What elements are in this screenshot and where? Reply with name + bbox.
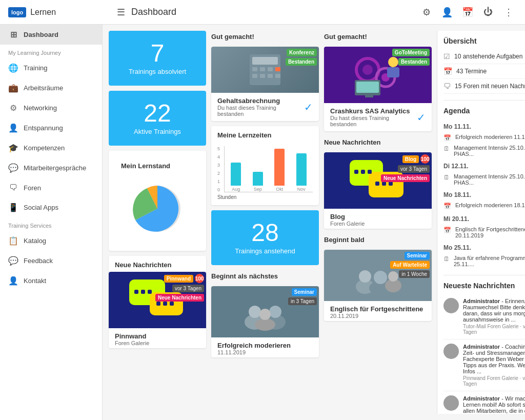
bar-sep-label: Sep xyxy=(254,187,262,192)
sidebar-item-kontakt[interactable]: 👤 Kontakt xyxy=(0,271,102,291)
sidebar-item-mitarbeitergesprache[interactable]: 💬 Mitarbeitergespräche xyxy=(0,158,102,178)
power-icon[interactable]: ⏻ xyxy=(480,4,496,21)
in-1-woche-badge: in 1 Woche xyxy=(399,270,430,278)
sas-img-wrap: GoToMeeting Bestanden xyxy=(324,47,432,103)
sidebar-item-kompetenzen[interactable]: 🎓 Kompetenzen xyxy=(0,138,102,158)
svg-rect-36 xyxy=(354,170,358,174)
sas-footer: Crashkurs SAS Analytics Du hast dieses T… xyxy=(324,103,432,131)
more-icon[interactable]: ⋮ xyxy=(500,4,517,21)
news-avatar-3 xyxy=(443,395,459,411)
entspannung-icon: 👤 xyxy=(8,123,18,133)
sidebar-item-social-apps[interactable]: 📱 Social Apps xyxy=(0,197,102,217)
agenda-item-5-1: 🗓 Java für erfahrene Programmierer 25.11… xyxy=(443,253,525,269)
mitarbeiter-icon: 💬 xyxy=(8,163,18,173)
sidebar-item-networking[interactable]: ⚙ Networking xyxy=(0,98,102,118)
hamburger-icon[interactable]: ☰ xyxy=(117,7,125,18)
stat-foren: 🗨 15 Foren mit neuen Nachrichten xyxy=(443,79,525,94)
news-avatar-1 xyxy=(443,298,459,313)
neue-nachrichten-badge-3: Neue Nachrichten xyxy=(381,174,430,182)
svg-rect-33 xyxy=(365,95,373,97)
sidebar-label-arbeitsraume: Arbeitsräume xyxy=(24,84,63,92)
user-icon[interactable]: 👤 xyxy=(439,4,455,21)
stat-aufgaben: ☑ 10 anstehende Aufgaben xyxy=(443,49,525,64)
agenda-text-3-1: Erfolgreich moderieren 18.11.2019 xyxy=(455,202,525,210)
check-icon-1: ✓ xyxy=(304,101,313,113)
sidebar-item-entspannung[interactable]: 👤 Entspannung xyxy=(0,118,102,138)
sidebar-item-training[interactable]: 🌐 Training xyxy=(0,58,102,78)
y1: 1 xyxy=(217,179,220,184)
sidebar-item-katalog[interactable]: 📋 Katalog xyxy=(0,231,102,251)
logo-area: logo Lernen xyxy=(8,7,111,17)
bar-aug: Aug xyxy=(227,163,246,192)
bars-container: Aug Sep Okt xyxy=(224,146,313,192)
training-icon: 🌐 xyxy=(8,63,18,73)
vor3-badge: vor 3 Tagen xyxy=(172,285,204,292)
termine-icon: 📅 xyxy=(443,67,452,75)
agenda-item-3-1: 📅 Erfolgreich moderieren 18.11.2019 xyxy=(443,201,525,211)
sidebar-item-dashboard[interactable]: ⊞ Dashboard xyxy=(0,25,102,45)
trainings-absolviert-number: 7 xyxy=(114,41,201,66)
blog-card[interactable]: Blog 100 vor 3 Tagen Neue Nachrichten Bl… xyxy=(324,152,432,229)
aktive-trainings-label: Aktive Trainings xyxy=(114,128,201,135)
news-text-2: Administrator - Coaching zu Zeit- und St… xyxy=(463,344,525,387)
moderieren-title: Erfolgreich moderieren xyxy=(217,342,291,349)
svg-point-26 xyxy=(362,65,373,75)
sidebar-item-feedback[interactable]: 💬 Feedback xyxy=(0,251,102,271)
y5: 5 xyxy=(217,146,220,151)
y0: 0 xyxy=(217,187,220,192)
moderieren-title-row: Erfolgreich moderieren 11.11.2019 xyxy=(211,337,319,357)
sidebar-label-social: Social Apps xyxy=(24,204,58,211)
neue-nachrichten-img-wrap: Pinnwand 100 vor 3 Tagen Neue Nachrichte… xyxy=(109,272,206,328)
sidebar-section-services: Training Services xyxy=(0,217,102,231)
sidebar-label-kompetenzen: Kompetenzen xyxy=(24,144,65,152)
agenda-icon-3-1: 📅 xyxy=(443,203,451,210)
news-msg-2: Administrator - Coaching zu Zeit- und St… xyxy=(443,339,525,391)
logo-box: logo xyxy=(8,7,26,17)
gotomeeting-badge: GoToMeeting xyxy=(392,49,430,56)
sas-card[interactable]: GoToMeeting Bestanden Crashkurs SAS Anal… xyxy=(324,47,432,131)
news-author-2: Administrator xyxy=(463,344,500,350)
konf-badge-row: Konferenz Bestanden xyxy=(286,49,317,66)
agenda-text-5-1: Java für erfahrene Programmierer 25.11..… xyxy=(454,255,525,267)
agenda-day-1: Mo 11.11. xyxy=(443,119,525,132)
blog-badge-row: Blog 100 vor 3 Tagen Neue Nachrichten xyxy=(381,154,430,182)
katalog-icon: 📋 xyxy=(8,236,18,246)
foren-icon: 🗨 xyxy=(8,183,18,192)
neue-nachrichten-badge: Neue Nachrichten xyxy=(155,294,204,302)
sidebar-item-arbeitsraume[interactable]: 💼 Arbeitsräume xyxy=(0,78,102,98)
agenda-text-4-1: Englisch für Fortgeschrittene 20.11.2019 xyxy=(455,226,525,238)
divider-2 xyxy=(443,275,525,275)
auf-warteliste-badge: Auf Warteliste xyxy=(390,261,430,269)
calendar-icon[interactable]: 📅 xyxy=(459,4,476,21)
news-msg-1: Administrator - Erinnerung Raumwechsel B… xyxy=(443,294,525,339)
svg-rect-6 xyxy=(156,302,160,306)
aktive-trainings-card: 22 Aktive Trainings xyxy=(109,91,206,146)
blog-title: Blog xyxy=(330,213,365,221)
svg-rect-18 xyxy=(275,74,280,78)
agenda-day-5: Mo 25.11. xyxy=(443,240,525,253)
erfolgreich-moderieren-card[interactable]: Seminar in 3 Tagen Erfolgreich moderiere… xyxy=(211,286,319,357)
svg-point-22 xyxy=(269,306,281,318)
sidebar-item-foren[interactable]: 🗨 Foren xyxy=(0,178,102,197)
settings-icon[interactable]: ⚙ xyxy=(418,4,435,21)
englisch-badge-row: Seminar Auf Warteliste in 1 Woche xyxy=(390,252,430,278)
svg-rect-11 xyxy=(252,67,257,71)
kontakt-icon: 👤 xyxy=(8,276,18,286)
news-author-3: Administrator xyxy=(463,395,500,402)
gehaltsabrechnung-card[interactable]: Konferenz Bestanden Gehaltsabrechnung Du… xyxy=(211,47,319,121)
svg-rect-7 xyxy=(163,302,167,306)
agenda-text-1-1: Erfolgreich moderieren 11.11.2019 xyxy=(455,134,525,142)
lernstand-chart xyxy=(115,173,200,245)
column-2: Gut gemacht! xyxy=(211,31,319,414)
svg-rect-12 xyxy=(260,67,265,71)
news-text-1: Administrator - Erinnerung Raumwechsel B… xyxy=(463,298,525,335)
beginnt-bald-title: Beginnt bald xyxy=(324,234,432,245)
agenda-icon-5-1: 🗓 xyxy=(443,255,450,267)
neueste-nachrichten-title: Neueste Nachrichten xyxy=(443,282,525,290)
news-body-2: Fachexperte Ben Weber gibt Tipps aus der… xyxy=(463,356,525,374)
vor-3-tagen-badge: vor 3 Tagen xyxy=(398,165,430,173)
gehaltsabrechnung-img-wrap: Konferenz Bestanden xyxy=(211,47,319,93)
englisch-card[interactable]: Seminar Auf Warteliste in 1 Woche Englis… xyxy=(324,250,432,321)
svg-rect-41 xyxy=(389,182,393,186)
svg-rect-14 xyxy=(275,67,280,71)
